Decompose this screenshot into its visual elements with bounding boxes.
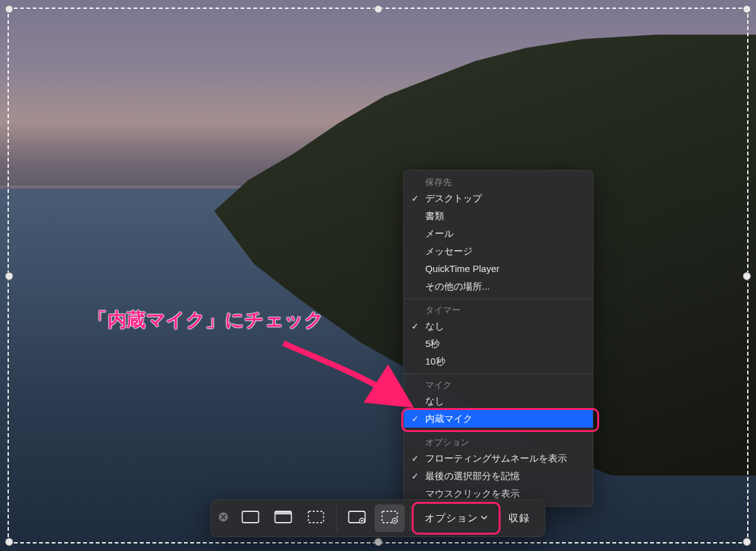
close-button[interactable] <box>214 504 233 532</box>
menu-separator <box>404 431 593 431</box>
menu-item-label: 書類 <box>425 210 444 221</box>
capture-button[interactable]: 収録 <box>500 504 539 532</box>
menu-section-title: オプション <box>404 435 593 450</box>
svg-rect-4 <box>309 511 324 523</box>
toolbar-separator <box>410 506 411 531</box>
menu-item-label: デスクトップ <box>425 193 482 203</box>
menu-item-label: なし <box>425 395 444 406</box>
menu-item[interactable]: 10秒 <box>404 353 593 370</box>
menu-item-label: その他の場所... <box>425 281 490 292</box>
resize-handle-top-left[interactable] <box>5 5 13 13</box>
menu-item[interactable]: ✓最後の選択部分を記憶 <box>404 467 593 485</box>
resize-handle-middle-left[interactable] <box>5 272 13 280</box>
menu-item-label: メール <box>425 228 454 239</box>
menu-separator <box>404 298 593 299</box>
menu-item[interactable]: なし <box>404 392 593 410</box>
record-entire-screen-button[interactable] <box>342 504 372 532</box>
check-icon: ✓ <box>411 191 419 205</box>
chevron-down-icon <box>478 513 488 524</box>
options-menu[interactable]: 保存先✓デスクトップ書類メールメッセージQuickTime Playerその他の… <box>403 170 593 507</box>
check-icon: ✓ <box>411 469 419 483</box>
check-icon: ✓ <box>411 319 419 333</box>
capture-window-button[interactable] <box>268 504 299 532</box>
menu-item[interactable]: ✓デスクトップ <box>404 190 593 207</box>
resize-handle-bottom-center[interactable] <box>374 538 382 546</box>
svg-point-10 <box>394 520 396 521</box>
annotation-callout: 「内蔵マイク」にチェック <box>88 307 324 333</box>
annotation-arrow <box>280 340 419 422</box>
screenshot-toolbar: オプション 収録 <box>211 499 546 537</box>
close-icon <box>219 512 229 525</box>
menu-item[interactable]: ✓なし <box>404 317 593 335</box>
menu-item-label: なし <box>425 321 444 331</box>
menu-item-label: 10秒 <box>425 356 445 366</box>
record-selection-button[interactable] <box>375 504 405 532</box>
menu-item-label: メッセージ <box>425 246 472 256</box>
menu-item-label: 最後の選択部分を記憶 <box>425 470 520 481</box>
svg-point-7 <box>361 520 363 521</box>
resize-handle-middle-right[interactable] <box>743 272 751 280</box>
menu-item-label: QuickTime Player <box>425 263 500 274</box>
options-button-label: オプション <box>425 512 478 525</box>
capture-entire-screen-button[interactable] <box>236 504 266 532</box>
capture-entire-screen-icon <box>241 509 260 527</box>
menu-item[interactable]: メッセージ <box>404 242 593 260</box>
menu-item-label: フローティングサムネールを表示 <box>425 453 567 463</box>
menu-section-title: 保存先 <box>404 174 593 190</box>
resize-handle-bottom-right[interactable] <box>743 538 751 546</box>
svg-rect-1 <box>243 511 259 523</box>
menu-section-title: マイク <box>404 377 593 392</box>
menu-section-title: タイマー <box>404 302 593 317</box>
options-button[interactable]: オプション <box>416 504 497 532</box>
menu-item[interactable]: 書類 <box>404 207 593 225</box>
record-entire-screen-icon <box>348 509 367 527</box>
resize-handle-top-center[interactable] <box>374 5 382 13</box>
menu-item[interactable]: ✓フローティングサムネールを表示 <box>404 450 593 467</box>
resize-handle-bottom-left[interactable] <box>5 538 13 546</box>
check-icon: ✓ <box>411 452 419 465</box>
menu-item[interactable]: QuickTime Player <box>404 260 593 278</box>
capture-selection-icon <box>307 509 326 527</box>
menu-item[interactable]: 5秒 <box>404 335 593 353</box>
svg-rect-3 <box>275 511 292 514</box>
menu-item[interactable]: その他の場所... <box>404 278 593 295</box>
menu-item-label: 5秒 <box>425 338 440 349</box>
menu-item[interactable]: ✓内蔵マイク <box>404 410 593 428</box>
record-selection-icon <box>381 509 399 527</box>
capture-button-label: 収録 <box>508 512 530 525</box>
capture-selection-button[interactable] <box>301 504 331 532</box>
desktop-wallpaper <box>0 0 756 551</box>
menu-item[interactable]: メール <box>404 225 593 242</box>
menu-separator <box>404 373 593 374</box>
resize-handle-top-right[interactable] <box>743 5 751 13</box>
menu-item-label: マウスクリックを表示 <box>425 488 520 499</box>
toolbar-separator <box>336 506 337 531</box>
menu-item-label: 内蔵マイク <box>425 413 472 424</box>
capture-window-icon <box>274 509 293 527</box>
